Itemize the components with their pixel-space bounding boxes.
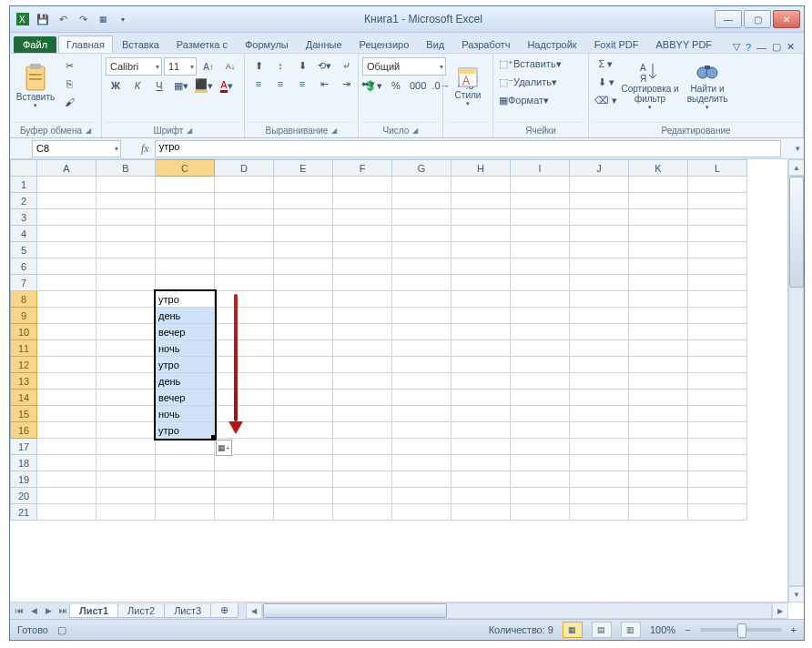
cell-B14[interactable] <box>96 390 156 406</box>
cell-B18[interactable] <box>96 455 156 471</box>
cell-F9[interactable] <box>333 308 392 324</box>
cell-A5[interactable] <box>37 242 96 258</box>
font-color-button[interactable]: A▾ <box>217 77 237 94</box>
cell-D8[interactable] <box>215 291 274 308</box>
cell-J10[interactable] <box>570 324 629 340</box>
sheet-tab-3[interactable]: Лист3 <box>164 604 211 618</box>
cell-K8[interactable] <box>629 291 688 308</box>
row-header-16[interactable]: 16 <box>11 422 37 439</box>
cell-F10[interactable] <box>333 324 392 340</box>
cell-H17[interactable] <box>452 439 511 455</box>
cell-K3[interactable] <box>629 209 688 226</box>
cell-D19[interactable] <box>215 471 274 488</box>
cell-D5[interactable] <box>215 242 274 258</box>
cell-K16[interactable] <box>629 422 688 439</box>
scroll-right-button[interactable]: ▶ <box>772 602 788 619</box>
cell-L15[interactable] <box>688 406 747 422</box>
cell-J6[interactable] <box>570 258 629 275</box>
cell-F15[interactable] <box>333 406 392 422</box>
cell-L21[interactable] <box>688 504 747 521</box>
cell-E15[interactable] <box>274 406 333 422</box>
col-header-L[interactable]: L <box>688 160 747 177</box>
cell-G15[interactable] <box>392 406 452 422</box>
cell-G2[interactable] <box>392 193 452 209</box>
row-header-2[interactable]: 2 <box>11 193 37 209</box>
cell-K10[interactable] <box>629 324 688 340</box>
cell-H10[interactable] <box>452 324 511 340</box>
cell-L16[interactable] <box>688 422 747 439</box>
cell-G10[interactable] <box>392 324 452 340</box>
cell-B16[interactable] <box>96 422 156 439</box>
cell-A9[interactable] <box>37 308 96 324</box>
zoom-slider[interactable] <box>700 628 782 632</box>
cell-J9[interactable] <box>570 308 629 324</box>
cell-E8[interactable] <box>274 291 333 308</box>
cell-A17[interactable] <box>37 439 96 455</box>
cell-D20[interactable] <box>215 488 274 504</box>
maximize-button[interactable]: ▢ <box>744 10 771 28</box>
cell-D2[interactable] <box>215 193 274 209</box>
cell-H13[interactable] <box>452 373 511 390</box>
cell-G20[interactable] <box>392 488 452 504</box>
percent-button[interactable]: % <box>386 77 406 94</box>
sort-filter-button[interactable]: АЯ Сортировка и фильтр▾ <box>621 56 679 116</box>
cell-I1[interactable] <box>511 177 570 193</box>
font-name-combo[interactable]: Calibri <box>106 57 162 76</box>
cell-L8[interactable] <box>688 291 747 308</box>
cell-D13[interactable] <box>215 373 274 390</box>
name-box[interactable]: C8 <box>32 140 121 157</box>
cell-J20[interactable] <box>570 488 629 504</box>
cell-C21[interactable] <box>156 504 215 521</box>
col-header-D[interactable]: D <box>215 160 274 177</box>
cell-C10[interactable]: вечер <box>156 324 215 340</box>
cell-A18[interactable] <box>37 455 96 471</box>
minimize-ribbon-icon[interactable]: ▽ <box>733 41 740 53</box>
cell-A4[interactable] <box>37 226 96 242</box>
number-dialog-icon[interactable]: ◢ <box>412 127 418 135</box>
cell-I2[interactable] <box>511 193 570 209</box>
tab-foxit[interactable]: Foxit PDF <box>586 35 647 53</box>
row-header-6[interactable]: 6 <box>11 258 37 275</box>
cell-E4[interactable] <box>274 226 333 242</box>
cell-C11[interactable]: ночь <box>156 340 215 357</box>
col-header-K[interactable]: K <box>629 160 688 177</box>
cell-D15[interactable] <box>215 406 274 422</box>
cell-F11[interactable] <box>333 340 392 357</box>
cell-J19[interactable] <box>570 471 629 488</box>
cell-K6[interactable] <box>629 258 688 275</box>
cell-J14[interactable] <box>570 390 629 406</box>
cell-D10[interactable] <box>215 324 274 340</box>
cell-G17[interactable] <box>392 439 452 455</box>
align-bottom-button[interactable]: ⬇ <box>292 57 312 74</box>
cell-J11[interactable] <box>570 340 629 357</box>
cell-D16[interactable] <box>215 422 274 439</box>
row-header-4[interactable]: 4 <box>11 226 37 242</box>
grow-font-button[interactable]: A↑ <box>198 58 218 75</box>
indent-dec-button[interactable]: ⇤ <box>314 76 334 92</box>
cell-E16[interactable] <box>274 422 333 439</box>
mdi-restore[interactable]: ▢ <box>772 41 781 53</box>
col-header-E[interactable]: E <box>274 160 333 177</box>
cell-K2[interactable] <box>629 193 688 209</box>
cell-L17[interactable] <box>688 439 747 455</box>
cell-C1[interactable] <box>156 177 215 193</box>
cell-C9[interactable]: день <box>156 308 215 324</box>
minimize-button[interactable]: — <box>715 10 742 28</box>
cell-K18[interactable] <box>629 455 688 471</box>
sheet-nav-last[interactable]: ⏭ <box>56 603 70 618</box>
tab-file[interactable]: Файл <box>14 36 56 53</box>
cell-H12[interactable] <box>452 357 511 373</box>
cell-A3[interactable] <box>37 209 96 226</box>
cell-F1[interactable] <box>333 177 392 193</box>
cell-L7[interactable] <box>688 275 747 291</box>
row-header-7[interactable]: 7 <box>11 275 37 291</box>
cell-L4[interactable] <box>688 226 747 242</box>
cell-A7[interactable] <box>37 275 96 291</box>
sheet-tab-2[interactable]: Лист2 <box>117 604 165 618</box>
cell-I6[interactable] <box>511 258 570 275</box>
cell-J5[interactable] <box>570 242 629 258</box>
qat-undo[interactable]: ↶ <box>54 10 72 28</box>
cell-I4[interactable] <box>511 226 570 242</box>
cell-J16[interactable] <box>570 422 629 439</box>
cell-J13[interactable] <box>570 373 629 390</box>
